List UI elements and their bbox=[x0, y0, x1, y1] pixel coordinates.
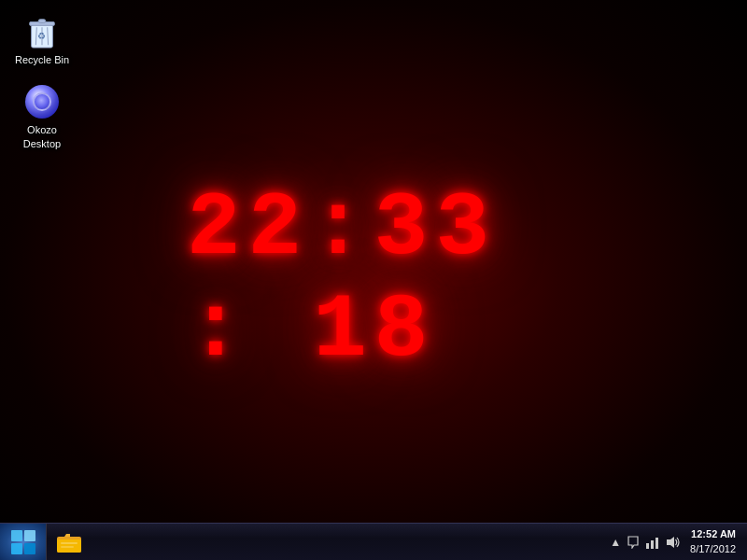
start-button[interactable] bbox=[0, 524, 47, 561]
clock-minutes: 33 bbox=[374, 178, 497, 280]
show-hidden-icons[interactable]: ▲ bbox=[610, 536, 621, 549]
action-center-icon[interactable] bbox=[627, 536, 640, 549]
tray-time: 12:52 AM bbox=[690, 527, 736, 541]
clock-colon-1: : bbox=[311, 178, 373, 280]
taskbar-icons bbox=[47, 524, 92, 560]
okozo-label: Okozo Desktop bbox=[13, 123, 71, 150]
recycle-bin-icon[interactable]: ♻ Recycle Bin bbox=[9, 9, 75, 70]
taskbar: ▲ bbox=[0, 523, 747, 560]
svg-marker-18 bbox=[667, 537, 674, 548]
clock-hours: 22 bbox=[187, 178, 309, 280]
svg-rect-9 bbox=[11, 543, 22, 554]
recycle-bin-image: ♻ bbox=[23, 13, 61, 50]
svg-rect-15 bbox=[646, 543, 649, 549]
svg-rect-5 bbox=[38, 20, 46, 23]
svg-text:♻: ♻ bbox=[38, 31, 47, 41]
svg-rect-16 bbox=[651, 540, 654, 549]
svg-rect-14 bbox=[61, 546, 74, 548]
explorer-taskbar-icon[interactable] bbox=[52, 525, 86, 559]
system-clock[interactable]: 12:52 AM 8/17/2012 bbox=[686, 527, 740, 556]
volume-icon[interactable] bbox=[666, 536, 681, 549]
network-icon[interactable] bbox=[645, 536, 660, 549]
recycle-bin-label: Recycle Bin bbox=[15, 53, 69, 66]
svg-rect-8 bbox=[24, 530, 35, 541]
system-tray: ▲ bbox=[602, 524, 747, 560]
okozo-desktop-icon[interactable]: Okozo Desktop bbox=[9, 79, 75, 154]
clock-colon-2: : bbox=[189, 280, 311, 382]
clock-seconds: 18 bbox=[313, 280, 435, 382]
svg-rect-13 bbox=[61, 542, 78, 544]
tray-date: 8/17/2012 bbox=[690, 542, 736, 556]
svg-rect-10 bbox=[24, 543, 35, 554]
desktop: ♻ Recycle Bin Okozo Desktop 22:33: 18 bbox=[0, 0, 747, 560]
svg-rect-17 bbox=[655, 538, 658, 549]
okozo-image bbox=[23, 83, 61, 120]
clock-display: 22:33: 18 bbox=[187, 178, 560, 382]
svg-rect-7 bbox=[11, 530, 22, 541]
desktop-icons: ♻ Recycle Bin Okozo Desktop bbox=[9, 9, 75, 154]
